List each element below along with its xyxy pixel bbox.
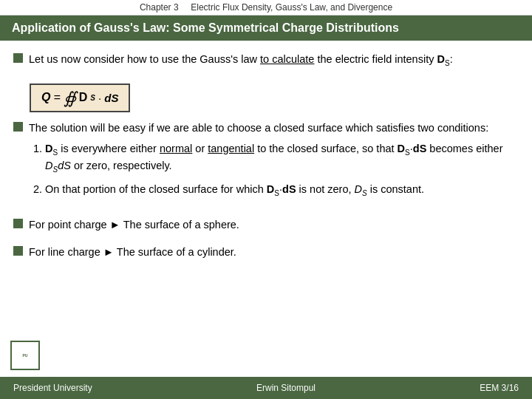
footer-center: Erwin Sitompul <box>256 383 316 393</box>
main-content: Let us now consider how to use the Gauss… <box>0 41 532 278</box>
underline-calculate: to calculate <box>260 53 314 65</box>
sub-s-1: S <box>52 149 58 157</box>
bullet-1 <box>13 53 23 63</box>
paragraph-3: For point charge ► The surface of a sphe… <box>13 216 519 233</box>
sub-s-5: S <box>362 189 367 197</box>
bullet-4 <box>13 246 23 256</box>
formula-equals: = <box>53 89 60 107</box>
ds-italic-1: D <box>45 160 52 171</box>
dot-ds: ·dS <box>410 143 427 154</box>
condition-1: DS is everywhere either normal or tangen… <box>45 141 519 175</box>
paragraph-1: Let us now consider how to use the Gauss… <box>13 51 519 69</box>
formula-box: Q = ∯ DS · dS <box>30 83 130 112</box>
logo-area: PU <box>10 341 43 373</box>
formula-dot: · <box>98 89 101 106</box>
formula-ds: dS <box>104 89 118 106</box>
footer: President University Erwin Sitompul EEM … <box>0 377 532 399</box>
d-italic-3: D <box>355 183 362 195</box>
bullet-3 <box>13 219 23 228</box>
university-logo: PU <box>10 341 40 370</box>
logo-text: PU <box>23 353 28 358</box>
underline-normal: normal <box>160 143 192 154</box>
ds-bold-3: D <box>267 183 274 195</box>
section-title: Application of Gauss's Law: Some Symmetr… <box>0 16 532 41</box>
underline-tangential: tangential <box>208 143 254 154</box>
ds-sub: S <box>445 59 450 67</box>
paragraph-2: The solution will be easy if we are able… <box>13 120 519 206</box>
formula-integral-symbol: ∯ <box>64 90 76 106</box>
sub-s-4: S <box>274 189 279 197</box>
dot-2: ·dS <box>279 183 296 195</box>
formula-inner: Q = ∯ DS · dS <box>41 89 118 107</box>
bullet-2 <box>13 122 23 132</box>
chapter-title: Electric Flux Density, Gauss's Law, and … <box>191 2 392 13</box>
condition-2: On that portion of the closed surface fo… <box>45 182 519 199</box>
chapter-number: Chapter 3 <box>140 2 179 13</box>
conditions-list: DS is everywhere either normal or tangen… <box>45 141 519 200</box>
sub-s-2: S <box>405 149 410 157</box>
footer-right: EEM 3/16 <box>480 383 519 393</box>
ds-bold: D <box>437 53 444 65</box>
para3-text: For point charge ► The surface of a sphe… <box>29 216 519 233</box>
para1-text: Let us now consider how to use the Gauss… <box>29 51 519 69</box>
formula-n: D <box>79 89 88 107</box>
paragraph-4: For line charge ► The surface of a cylin… <box>13 244 519 260</box>
footer-left: President University <box>13 383 92 393</box>
ds-italic-2: dS <box>58 160 71 171</box>
formula-ds-sub: S <box>90 92 95 104</box>
formula-q: Q <box>41 89 50 107</box>
chapter-header: Chapter 3 Electric Flux Density, Gauss's… <box>0 0 532 16</box>
d-bold-1: D <box>45 143 52 154</box>
para4-text: For line charge ► The surface of a cylin… <box>29 244 519 260</box>
para2-text: The solution will be easy if we are able… <box>29 120 519 206</box>
ds-bold-2: D <box>398 143 405 154</box>
